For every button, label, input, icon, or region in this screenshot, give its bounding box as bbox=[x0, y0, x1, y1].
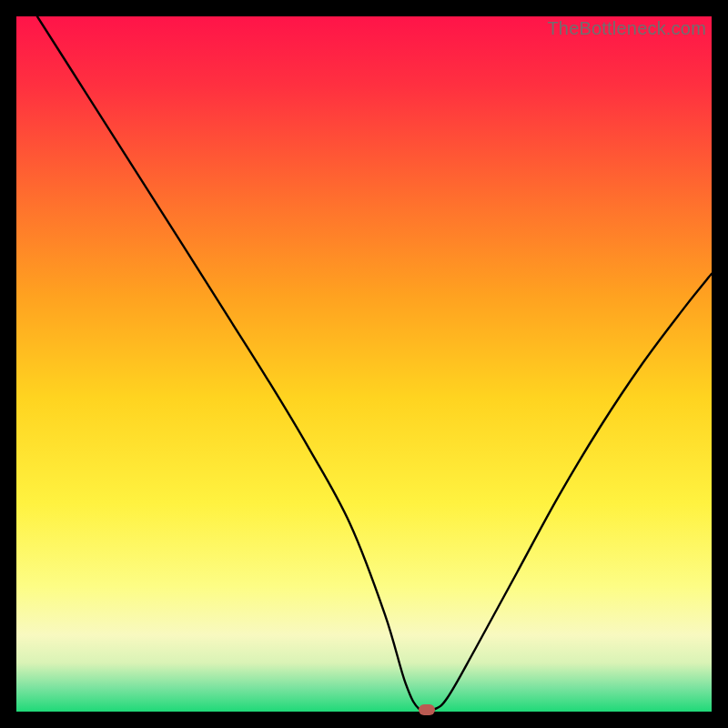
bottleneck-plot bbox=[16, 16, 712, 712]
chart-frame: TheBottleneck.com bbox=[16, 16, 712, 712]
gradient-background bbox=[16, 16, 712, 712]
optimal-point-marker bbox=[419, 704, 435, 715]
watermark-text: TheBottleneck.com bbox=[547, 18, 706, 39]
